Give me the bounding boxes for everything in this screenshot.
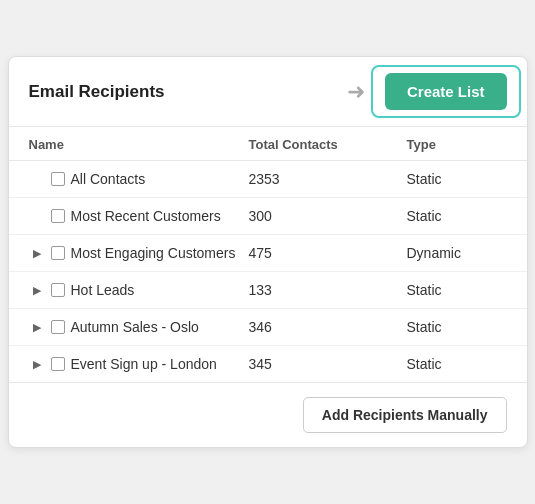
row-checkbox[interactable] xyxy=(51,320,65,334)
panel-title: Email Recipients xyxy=(29,82,165,102)
row-name-cell: Most Recent Customers xyxy=(29,208,249,224)
row-count: 2353 xyxy=(249,171,407,187)
table-row: ▶Most Engaging Customers475Dynamic xyxy=(9,235,527,272)
row-checkbox[interactable] xyxy=(51,357,65,371)
expand-icon[interactable]: ▶ xyxy=(29,282,45,298)
col-header-name: Name xyxy=(29,137,249,152)
row-name-cell: ▶Event Sign up - London xyxy=(29,356,249,372)
table-row: ▶Autumn Sales - Oslo346Static xyxy=(9,309,527,346)
row-checkbox[interactable] xyxy=(51,209,65,223)
row-type: Static xyxy=(407,208,507,224)
create-list-button[interactable]: Create List xyxy=(385,73,507,110)
row-name-label: Most Recent Customers xyxy=(71,208,221,224)
expand-icon[interactable]: ▶ xyxy=(29,356,45,372)
table-body: All Contacts2353StaticMost Recent Custom… xyxy=(9,161,527,383)
row-name-label: Most Engaging Customers xyxy=(71,245,236,261)
table-row: ▶Hot Leads133Static xyxy=(9,272,527,309)
row-name-label: Hot Leads xyxy=(71,282,135,298)
row-type: Static xyxy=(407,356,507,372)
row-type: Static xyxy=(407,171,507,187)
expand-icon[interactable]: ▶ xyxy=(29,245,45,261)
row-count: 475 xyxy=(249,245,407,261)
row-name-label: Event Sign up - London xyxy=(71,356,217,372)
row-checkbox[interactable] xyxy=(51,283,65,297)
row-name-label: All Contacts xyxy=(71,171,146,187)
row-name-cell: ▶Hot Leads xyxy=(29,282,249,298)
expand-icon[interactable]: ▶ xyxy=(29,319,45,335)
table-row: Most Recent Customers300Static xyxy=(9,198,527,235)
row-name-label: Autumn Sales - Oslo xyxy=(71,319,199,335)
table-header: Name Total Contacts Type xyxy=(9,127,527,161)
row-type: Dynamic xyxy=(407,245,507,261)
table-row: All Contacts2353Static xyxy=(9,161,527,198)
row-count: 300 xyxy=(249,208,407,224)
row-type: Static xyxy=(407,282,507,298)
table-row: ▶Event Sign up - London345Static xyxy=(9,346,527,382)
row-name-cell: ▶Autumn Sales - Oslo xyxy=(29,319,249,335)
panel-footer: Add Recipients Manually xyxy=(9,383,527,447)
row-checkbox[interactable] xyxy=(51,172,65,186)
row-count: 346 xyxy=(249,319,407,335)
row-name-cell: All Contacts xyxy=(29,171,249,187)
arrow-icon: ➜ xyxy=(347,79,365,105)
col-header-contacts: Total Contacts xyxy=(249,137,407,152)
create-list-wrapper: ➜ Create List xyxy=(385,73,507,110)
row-count: 345 xyxy=(249,356,407,372)
col-header-type: Type xyxy=(407,137,507,152)
email-recipients-panel: Email Recipients ➜ Create List Name Tota… xyxy=(8,56,528,448)
row-count: 133 xyxy=(249,282,407,298)
add-recipients-button[interactable]: Add Recipients Manually xyxy=(303,397,507,433)
panel-header: Email Recipients ➜ Create List xyxy=(9,57,527,127)
row-name-cell: ▶Most Engaging Customers xyxy=(29,245,249,261)
row-type: Static xyxy=(407,319,507,335)
row-checkbox[interactable] xyxy=(51,246,65,260)
